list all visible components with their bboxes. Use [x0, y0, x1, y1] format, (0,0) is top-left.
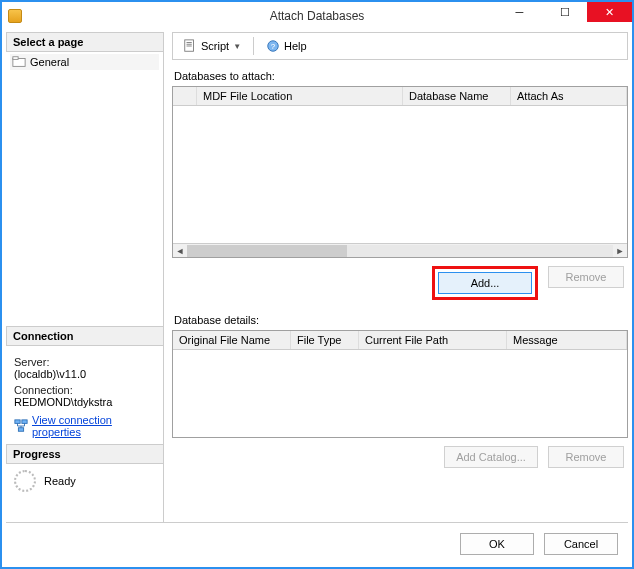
script-label: Script: [201, 40, 229, 52]
scroll-right-icon[interactable]: ►: [613, 246, 627, 256]
progress-block: Ready: [6, 464, 163, 498]
page-list: General: [6, 52, 163, 72]
script-button[interactable]: Script ▼: [179, 37, 245, 55]
svg-rect-1: [13, 57, 18, 60]
scroll-thumb[interactable]: [187, 245, 347, 257]
svg-text:?: ?: [271, 42, 276, 51]
databases-to-attach-label: Databases to attach:: [174, 70, 626, 82]
server-value: (localdb)\v11.0: [14, 368, 155, 380]
details-grid[interactable]: Original File Name File Type Current Fil…: [172, 330, 628, 438]
window-controls: ─ ☐ ✕: [497, 2, 632, 22]
left-pane: Select a page General Connection Server:…: [6, 32, 164, 522]
connection-header: Connection: [6, 326, 163, 346]
attach-col-mdf[interactable]: MDF File Location: [197, 87, 403, 105]
details-grid-body[interactable]: [173, 350, 627, 437]
script-icon: [183, 39, 197, 53]
connection-label: Connection:: [14, 384, 155, 396]
add-button-highlight: Add...: [432, 266, 538, 300]
details-col-original[interactable]: Original File Name: [173, 331, 291, 349]
toolbar-separator: [253, 37, 254, 55]
database-details-label: Database details:: [174, 314, 626, 326]
details-col-filetype[interactable]: File Type: [291, 331, 359, 349]
details-button-row: Add Catalog... Remove: [172, 438, 628, 478]
attach-button-row: Add... Remove: [172, 258, 628, 310]
add-button[interactable]: Add...: [438, 272, 532, 294]
right-pane: Script ▼ ? Help Databases to attach:: [164, 32, 628, 522]
network-icon: [14, 419, 28, 433]
view-connection-properties-label: View connection properties: [32, 414, 155, 438]
progress-header: Progress: [6, 444, 163, 464]
add-catalog-button: Add Catalog...: [444, 446, 538, 468]
details-remove-button: Remove: [548, 446, 624, 468]
attach-grid-header: MDF File Location Database Name Attach A…: [173, 87, 627, 106]
svg-rect-4: [18, 428, 23, 432]
minimize-button[interactable]: ─: [497, 2, 542, 22]
attach-horizontal-scrollbar[interactable]: ◄ ►: [173, 243, 627, 257]
progress-label: Ready: [44, 475, 76, 487]
details-col-path[interactable]: Current File Path: [359, 331, 507, 349]
select-page-header: Select a page: [6, 32, 163, 52]
close-button[interactable]: ✕: [587, 2, 632, 22]
svg-rect-2: [15, 420, 20, 424]
scroll-left-icon[interactable]: ◄: [173, 246, 187, 256]
window-frame: Attach Databases ─ ☐ ✕ Select a page Gen…: [0, 0, 634, 569]
maximize-button[interactable]: ☐: [542, 2, 587, 22]
main-row: Select a page General Connection Server:…: [6, 32, 628, 522]
connection-value: REDMOND\tdykstra: [14, 396, 155, 408]
server-label: Server:: [14, 356, 155, 368]
attach-grid[interactable]: MDF File Location Database Name Attach A…: [172, 86, 628, 258]
content-area: Select a page General Connection Server:…: [6, 32, 628, 563]
toolbar: Script ▼ ? Help: [172, 32, 628, 60]
page-icon: [12, 55, 26, 69]
ok-button[interactable]: OK: [460, 533, 534, 555]
attach-col-attachas[interactable]: Attach As: [511, 87, 627, 105]
attach-remove-button: Remove: [548, 266, 624, 288]
footer: OK Cancel: [6, 522, 628, 563]
help-icon: ?: [266, 39, 280, 53]
titlebar[interactable]: Attach Databases ─ ☐ ✕: [2, 2, 632, 30]
attach-col-rowheader: [173, 87, 197, 105]
details-grid-header: Original File Name File Type Current Fil…: [173, 331, 627, 350]
app-icon: [2, 9, 28, 23]
help-button[interactable]: ? Help: [262, 37, 311, 55]
cancel-button[interactable]: Cancel: [544, 533, 618, 555]
svg-rect-3: [22, 420, 27, 424]
connection-block: Server: (localdb)\v11.0 Connection: REDM…: [6, 346, 163, 444]
page-general-label: General: [30, 56, 69, 68]
progress-spinner-icon: [14, 470, 36, 492]
script-dropdown-icon[interactable]: ▼: [233, 42, 241, 51]
help-label: Help: [284, 40, 307, 52]
attach-grid-body[interactable]: [173, 106, 627, 243]
page-general[interactable]: General: [10, 54, 159, 70]
attach-col-dbname[interactable]: Database Name: [403, 87, 511, 105]
details-col-message[interactable]: Message: [507, 331, 627, 349]
view-connection-properties-link[interactable]: View connection properties: [14, 414, 155, 438]
scroll-track[interactable]: [187, 245, 613, 257]
